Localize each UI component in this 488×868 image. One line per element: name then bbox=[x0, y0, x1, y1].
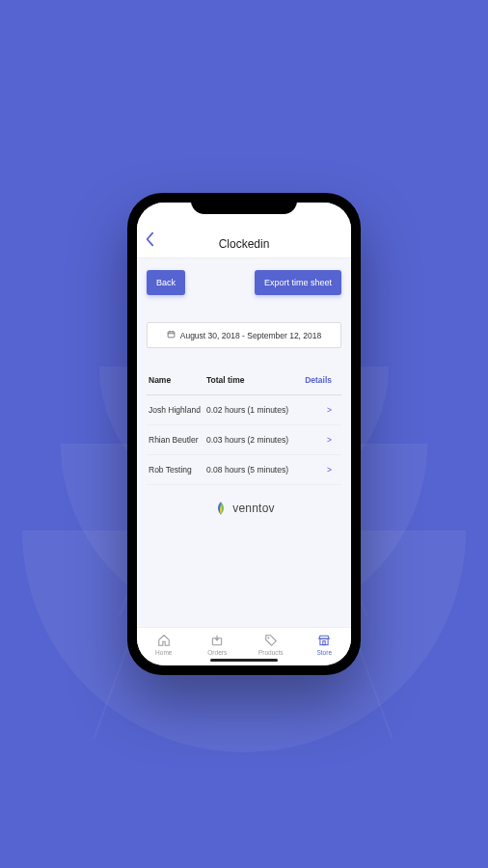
tab-orders[interactable]: Orders bbox=[191, 634, 245, 656]
phone-frame: Clockedin Back Export time sheet August … bbox=[127, 193, 361, 675]
back-button[interactable]: Back bbox=[147, 270, 185, 295]
orders-icon bbox=[209, 634, 225, 647]
svg-rect-0 bbox=[168, 332, 175, 338]
svg-rect-7 bbox=[323, 641, 325, 645]
table-header-row: Name Total time Details bbox=[147, 358, 341, 395]
col-header-details: Details bbox=[293, 375, 332, 385]
tab-store[interactable]: Store bbox=[298, 634, 352, 656]
device-notch bbox=[191, 193, 297, 214]
export-button[interactable]: Export time sheet bbox=[255, 270, 341, 295]
page-title: Clockedin bbox=[137, 237, 351, 251]
calendar-icon bbox=[167, 330, 176, 340]
home-indicator bbox=[210, 659, 278, 662]
date-range-picker[interactable]: August 30, 2018 - September 12, 2018 bbox=[147, 322, 341, 348]
tab-label: Store bbox=[316, 649, 332, 656]
col-header-time: Total time bbox=[206, 375, 293, 385]
home-icon bbox=[156, 634, 172, 647]
date-range-text: August 30, 2018 - September 12, 2018 bbox=[180, 331, 322, 340]
table-row: Rob Testing 0.08 hours (5 minutes) > bbox=[147, 455, 341, 485]
cell-name: Josh Highland bbox=[149, 405, 206, 415]
table-row: Josh Highland 0.02 hours (1 minutes) > bbox=[147, 395, 341, 425]
tab-products[interactable]: Products bbox=[244, 634, 298, 656]
cell-name: Rob Testing bbox=[149, 465, 206, 475]
cell-time: 0.08 hours (5 minutes) bbox=[206, 465, 293, 475]
svg-rect-6 bbox=[320, 638, 328, 644]
timesheet-table: Name Total time Details Josh Highland 0.… bbox=[137, 352, 351, 627]
col-header-name: Name bbox=[149, 375, 206, 385]
details-link[interactable]: > bbox=[293, 405, 332, 415]
tab-home[interactable]: Home bbox=[137, 634, 191, 656]
tag-icon bbox=[263, 634, 279, 647]
store-icon bbox=[316, 634, 332, 647]
date-range-container: August 30, 2018 - September 12, 2018 bbox=[137, 305, 351, 352]
venntov-leaf-icon bbox=[213, 501, 229, 516]
screen: Clockedin Back Export time sheet August … bbox=[137, 203, 351, 665]
cell-time: 0.02 hours (1 minutes) bbox=[206, 405, 293, 415]
tab-label: Home bbox=[155, 649, 172, 656]
cell-name: Rhian Beutler bbox=[149, 435, 206, 445]
table-row: Rhian Beutler 0.03 hours (2 minutes) > bbox=[147, 425, 341, 455]
brand-name: venntov bbox=[232, 502, 274, 515]
details-link[interactable]: > bbox=[293, 435, 332, 445]
toolbar: Back Export time sheet bbox=[137, 258, 351, 305]
tab-label: Products bbox=[258, 649, 284, 656]
svg-point-5 bbox=[267, 637, 269, 639]
back-chevron-icon[interactable] bbox=[145, 231, 154, 252]
brand-logo: venntov bbox=[147, 485, 341, 526]
tab-label: Orders bbox=[207, 649, 227, 656]
details-link[interactable]: > bbox=[293, 465, 332, 475]
cell-time: 0.03 hours (2 minutes) bbox=[206, 435, 293, 445]
